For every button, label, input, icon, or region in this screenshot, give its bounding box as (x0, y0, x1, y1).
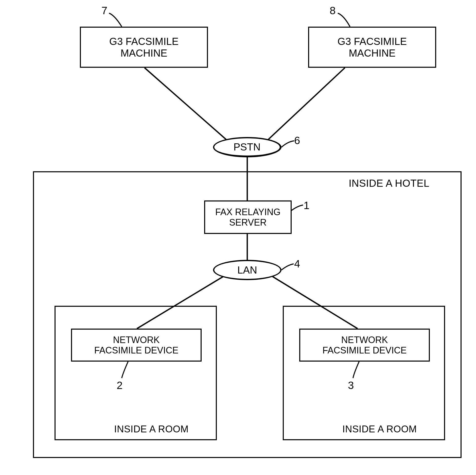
pstn-label: PSTN (234, 141, 261, 153)
g3-fax-7-label: G3 FACSIMILE MACHINE (109, 36, 179, 59)
g3-fax-8-label: G3 FACSIMILE MACHINE (338, 36, 407, 59)
room-right-frame (283, 306, 445, 440)
lan-label: LAN (237, 264, 257, 276)
network-fax-2-label: NETWORK FACSIMILE DEVICE (94, 335, 178, 356)
ref-1: 1 (304, 199, 309, 212)
ref-3: 3 (348, 379, 354, 392)
g3-fax-7: G3 FACSIMILE MACHINE (80, 27, 208, 68)
pstn-cloud: PSTN (213, 137, 281, 157)
svg-line-1 (266, 68, 345, 141)
fax-relay-label: FAX RELAYING SERVER (215, 207, 280, 228)
room-right-label: INSIDE A ROOM (342, 424, 417, 435)
room-left-frame (55, 306, 217, 440)
network-fax-3: NETWORK FACSIMILE DEVICE (299, 329, 430, 362)
ref-7: 7 (101, 5, 107, 17)
network-fax-3-label: NETWORK FACSIMILE DEVICE (322, 335, 407, 356)
ref-4: 4 (294, 258, 300, 270)
ref-6: 6 (294, 134, 300, 147)
ref-8: 8 (330, 5, 336, 17)
room-left-label: INSIDE A ROOM (114, 424, 189, 435)
lan-cloud: LAN (213, 260, 281, 280)
ref-2: 2 (117, 379, 122, 392)
g3-fax-8: G3 FACSIMILE MACHINE (308, 27, 436, 68)
hotel-label: INSIDE A HOTEL (349, 178, 429, 189)
fax-relay-server: FAX RELAYING SERVER (204, 200, 292, 234)
network-diagram: G3 FACSIMILE MACHINE 7 G3 FACSIMILE MACH… (0, 0, 476, 475)
network-fax-2: NETWORK FACSIMILE DEVICE (71, 329, 202, 362)
svg-line-0 (145, 68, 228, 141)
